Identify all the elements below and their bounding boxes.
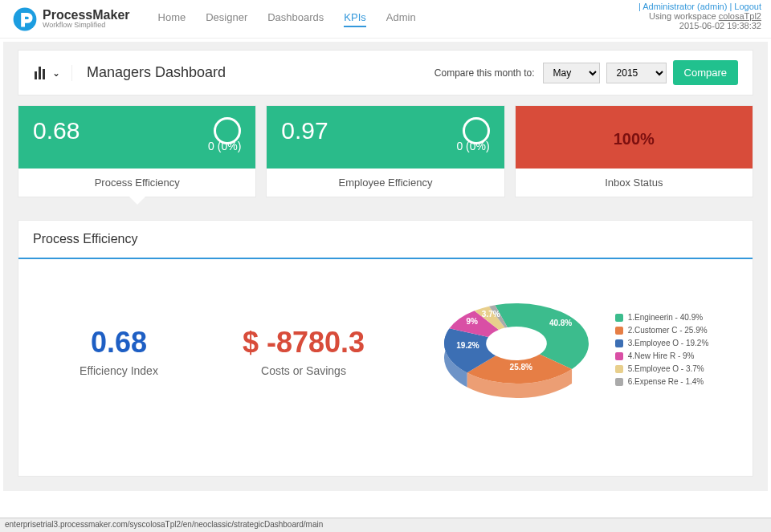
svg-rect-3 xyxy=(43,69,45,79)
card-label: Process Efficiency xyxy=(18,169,255,197)
legend-item: 1.Engineerin - 40.9% xyxy=(615,313,709,322)
legend-item: 3.Employee O - 19.2% xyxy=(615,339,709,347)
browser-status-bar: enterprisetrial3.processmaker.com/syscol… xyxy=(0,518,771,532)
panel-title: Process Efficiency xyxy=(18,221,753,259)
legend-color-icon xyxy=(615,314,623,322)
pie-legend: 1.Engineerin - 40.9%2.Customer C - 25.9%… xyxy=(615,313,709,390)
compare-year-select[interactable]: 2015 xyxy=(606,63,667,83)
nav-item-dashboards[interactable]: Dashboards xyxy=(267,11,324,27)
admin-user-link[interactable]: Administrator (admin) xyxy=(642,2,727,11)
server-timestamp: 2015-06-02 19:38:32 xyxy=(638,21,761,30)
dashboard-title: Managers Dashboard xyxy=(87,64,434,81)
efficiency-index-stat: 0.68 Efficiency Index xyxy=(35,326,203,377)
legend-color-icon xyxy=(615,339,623,347)
bar-chart-icon xyxy=(33,65,49,81)
pie-slice-label: 19.2% xyxy=(456,341,479,350)
process-efficiency-panel: Process Efficiency 0.68 Efficiency Index… xyxy=(18,220,753,477)
legend-item: 4.New Hire R - 9% xyxy=(615,351,709,360)
brand-tagline: Workflow Simplified xyxy=(43,22,130,29)
svg-rect-2 xyxy=(39,67,41,79)
card-label: Inbox Status xyxy=(516,169,753,197)
compare-month-select[interactable]: May xyxy=(543,63,600,83)
card-label: Employee Efficiency xyxy=(267,169,504,197)
svg-rect-1 xyxy=(35,71,37,79)
legend-item: 2.Customer C - 25.9% xyxy=(615,326,709,335)
legend-color-icon xyxy=(615,327,623,335)
app-header: ProcessMaker Workflow Simplified HomeDes… xyxy=(0,0,771,39)
chart-type-dropdown[interactable]: ⌄ xyxy=(33,65,72,81)
pie-slice-label: 40.8% xyxy=(549,319,572,327)
pie-slice-label: 9% xyxy=(467,317,478,326)
nav-item-designer[interactable]: Designer xyxy=(206,11,247,27)
summary-card-0[interactable]: 0.68 0 (0%) Process Efficiency xyxy=(18,105,256,197)
nav-item-kpis[interactable]: KPIs xyxy=(344,11,365,27)
pie-chart: 40.8%25.8%19.2%9%3.7% xyxy=(432,291,601,412)
legend-item: 5.Employee O - 3.7% xyxy=(615,364,709,373)
workspace-name: colosaTpl2 xyxy=(719,11,761,21)
costs-savings-value: $ -8780.3 xyxy=(203,326,404,359)
legend-color-icon xyxy=(615,365,623,373)
nav-item-admin[interactable]: Admin xyxy=(386,11,416,27)
efficiency-index-value: 0.68 xyxy=(35,326,203,359)
brand-name: ProcessMaker xyxy=(43,9,130,22)
chevron-down-icon: ⌄ xyxy=(52,67,60,79)
compare-button[interactable]: Compare xyxy=(673,60,738,85)
summary-card-2[interactable]: 100% Inbox Status xyxy=(515,105,753,197)
summary-cards: 0.68 0 (0%) Process Efficiency 0.97 0 (0… xyxy=(18,105,753,197)
main-nav: HomeDesignerDashboardsKPIsAdmin xyxy=(158,11,416,27)
logout-link[interactable]: Logout xyxy=(734,2,761,11)
brand-logo-icon xyxy=(12,6,38,32)
compare-label: Compare this month to: xyxy=(434,67,535,79)
legend-color-icon xyxy=(615,352,623,360)
content-scroll[interactable]: ⌄ Managers Dashboard Compare this month … xyxy=(3,42,768,491)
pie-slice-label: 25.8% xyxy=(510,363,532,372)
card-value: 100% xyxy=(516,106,753,169)
costs-savings-stat: $ -8780.3 Costs or Savings xyxy=(203,326,404,377)
pie-chart-block: 40.8%25.8%19.2%9%3.7% 1.Engineerin - 40.… xyxy=(404,291,736,412)
nav-item-home[interactable]: Home xyxy=(158,11,186,27)
header-account: | Administrator (admin) | Logout Using w… xyxy=(638,2,761,30)
legend-item: 6.Expense Re - 1.4% xyxy=(615,377,709,386)
brand-block: ProcessMaker Workflow Simplified xyxy=(12,6,130,32)
pie-slice-label: 3.7% xyxy=(482,310,500,319)
summary-card-1[interactable]: 0.97 0 (0%) Employee Efficiency xyxy=(266,105,504,197)
legend-color-icon xyxy=(615,378,623,386)
progress-circle-icon xyxy=(463,117,490,144)
dashboard-toolbar: ⌄ Managers Dashboard Compare this month … xyxy=(18,50,753,95)
